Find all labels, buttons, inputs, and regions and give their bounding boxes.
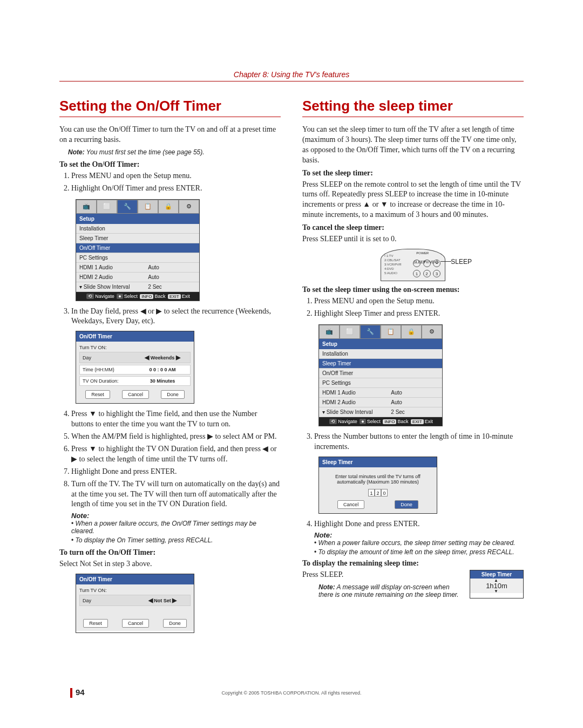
steps-c: Press ▼ to highlight the Time field, and… bbox=[71, 409, 281, 509]
tab-setup-icon: 🔧 bbox=[117, 200, 138, 214]
display-note: Note: A message will display on-screen w… bbox=[318, 583, 459, 598]
day-row: Day ◀ Weekends ▶ bbox=[79, 352, 191, 363]
day-row: Day ◀ Not Set ▶ bbox=[79, 595, 191, 606]
done-button[interactable]: Done bbox=[395, 500, 418, 509]
osd-step3: Press the Number buttons to enter the le… bbox=[314, 432, 524, 452]
osd-row: ▾ Slide Show Interval2 Sec bbox=[319, 407, 442, 417]
osd-steps-c: Highlight Done and press ENTER. bbox=[314, 519, 524, 529]
tab-icon: 📺 bbox=[76, 200, 97, 214]
osd-steps-b: Press the Number buttons to enter the le… bbox=[314, 432, 524, 452]
note2-label: Note: bbox=[71, 512, 281, 520]
step3: In the Day field, press ◀ or ▶ to select… bbox=[71, 307, 281, 327]
osd-setup-sleep: 📺⬜🔧📋🔒⚙ Setup InstallationSleep TimerOn/O… bbox=[318, 324, 443, 426]
osd-row: PC Settings bbox=[76, 253, 199, 263]
right-note-label: Note: bbox=[314, 531, 524, 539]
step8: Turn off the TV. The TV will turn on aut… bbox=[71, 479, 281, 510]
note-bullet: To display the amount of time left on th… bbox=[314, 548, 524, 556]
osd-row: Installation bbox=[76, 224, 199, 234]
head-osd-sleep: To set the sleep timer using the on-scre… bbox=[302, 285, 524, 294]
note-bullet: When a power failure occurs, the On/Off … bbox=[71, 520, 281, 535]
osd-category: Setup bbox=[319, 339, 442, 349]
dialog-sub: Turn TV ON: bbox=[79, 588, 191, 595]
step1: Press MENU and open the Setup menu. bbox=[71, 171, 281, 181]
osd-row: On/Off Timer bbox=[76, 243, 199, 253]
osd-row: Installation bbox=[319, 349, 442, 359]
osd-row: ▾ Slide Show Interval2 Sec bbox=[76, 282, 199, 292]
remote-sleep-label: SLEEP bbox=[451, 258, 472, 266]
osd-footer: ⟲Navigate ●Select INFOBack EXITExit bbox=[76, 292, 199, 301]
step6: Press ▼ to highlight the TV ON Duration … bbox=[71, 444, 281, 465]
osd-row: On/Off Timer bbox=[319, 369, 442, 378]
osd-row: HDMI 1 AudioAuto bbox=[76, 263, 199, 273]
display-text: Press SLEEP. bbox=[302, 570, 459, 580]
cancel-button[interactable]: Cancel bbox=[122, 619, 149, 628]
cancel-button[interactable]: Cancel bbox=[122, 390, 149, 399]
osd-step4: Highlight Done and press ENTER. bbox=[314, 519, 524, 529]
tab-icon: 📋 bbox=[138, 200, 158, 214]
osd-step1: Press MENU and open the Setup menu. bbox=[314, 296, 524, 307]
sleep-msg: Enter total minutes until the TV turns o… bbox=[322, 471, 433, 488]
remote-body: • 1:TV2:CBL/SAT3:VCR/PVR4:DVD5:AUDIO POW… bbox=[381, 249, 445, 281]
note-bullet: When a power failure occurs, the sleep t… bbox=[314, 539, 524, 547]
note-bullet: To display the On Timer setting, press R… bbox=[71, 536, 281, 544]
columns: Setting the On/Off Timer You can use the… bbox=[59, 98, 524, 638]
osd-tabs: 📺 ⬜ 🔧 📋 🔒 ⚙ bbox=[76, 200, 199, 214]
chapter-header: Chapter 8: Using the TV's features bbox=[59, 70, 524, 79]
reset-button[interactable]: Reset bbox=[85, 390, 110, 399]
steps-a: Press MENU and open the Setup menu. High… bbox=[71, 171, 281, 194]
note1: Note: You must first set the time (see p… bbox=[68, 148, 281, 156]
title-rule bbox=[302, 117, 524, 117]
done-button[interactable]: Done bbox=[163, 619, 187, 628]
remote-illustration: • 1:TV2:CBL/SAT3:VCR/PVR4:DVD5:AUDIO POW… bbox=[302, 249, 524, 281]
osd-setup-onoff: 📺 ⬜ 🔧 📋 🔒 ⚙ Setup InstallationSleep Time… bbox=[76, 199, 200, 301]
dialog-onoff-2: On/Off Timer Turn TV ON: Day ◀ Not Set ▶… bbox=[76, 574, 194, 633]
title-rule bbox=[59, 117, 281, 117]
tab-icon: ⚙ bbox=[179, 200, 199, 214]
step5: When the AM/PM field is highlighted, pre… bbox=[71, 432, 281, 442]
left-column: Setting the On/Off Timer You can use the… bbox=[59, 98, 281, 638]
tab-icon: ⬜ bbox=[97, 200, 117, 214]
sleep-cancel-text: Press SLEEP until it is set to 0. bbox=[302, 234, 524, 244]
note2-bullets: When a power failure occurs, the On/Off … bbox=[71, 520, 281, 544]
header-rule bbox=[59, 81, 524, 81]
off-text: Select Not Set in step 3 above. bbox=[59, 559, 281, 569]
right-intro: You can set the sleep timer to turn off … bbox=[302, 125, 524, 166]
tab-icon: 🔒 bbox=[158, 200, 179, 214]
steps-b: In the Day field, press ◀ or ▶ to select… bbox=[71, 307, 281, 327]
dialog-title: On/Off Timer bbox=[76, 331, 194, 342]
dialog-onoff-1: On/Off Timer Turn TV ON: Day ◀ Weekends … bbox=[76, 331, 194, 404]
osd-row: HDMI 1 AudioAuto bbox=[319, 388, 442, 398]
title-right: Setting the sleep timer bbox=[302, 98, 524, 114]
osd-row: PC Settings bbox=[319, 378, 442, 388]
sleep-timer-box: Sleep Timer 1h10m bbox=[470, 570, 524, 598]
osd-step2: Highlight Sleep Timer and press ENTER. bbox=[314, 309, 524, 319]
head-turnoff: To turn off the On/Off Timer: bbox=[59, 548, 281, 557]
head-cancel-sleep: To cancel the sleep timer: bbox=[302, 223, 524, 232]
reset-button[interactable]: Reset bbox=[83, 619, 108, 628]
head-display-remaining: To display the remaining sleep time: bbox=[302, 559, 524, 568]
head-set-onoff: To set the On/Off Timer: bbox=[59, 160, 281, 169]
osd-row: Sleep Timer bbox=[319, 359, 442, 369]
page: Chapter 8: Using the TV's features Setti… bbox=[0, 0, 583, 728]
sleep-digits: 120 bbox=[322, 488, 433, 498]
left-intro: You can use the On/Off Timer to turn the… bbox=[59, 125, 281, 145]
time-row: Time (HH:MM) 0 0 : 0 0 AM bbox=[79, 365, 191, 375]
right-column: Setting the sleep timer You can set the … bbox=[302, 98, 524, 638]
done-button[interactable]: Done bbox=[161, 390, 185, 399]
head-set-sleep: To set the sleep timer: bbox=[302, 169, 524, 178]
right-note-bullets: When a power failure occurs, the sleep t… bbox=[314, 539, 524, 556]
osd-row: HDMI 2 AudioAuto bbox=[319, 398, 442, 407]
step2: Highlight On/Off Timer and press ENTER. bbox=[71, 183, 281, 194]
sleepbox-value: 1h10m bbox=[470, 579, 523, 593]
dialog-sub: Turn TV ON: bbox=[79, 345, 191, 352]
cancel-button[interactable]: Cancel bbox=[337, 500, 364, 509]
step4: Press ▼ to highlight the Time field, and… bbox=[71, 409, 281, 430]
osd-category: Setup bbox=[76, 214, 199, 224]
sleepbox-title: Sleep Timer bbox=[470, 570, 523, 579]
copyright: Copyright © 2005 TOSHIBA CORPORATION. Al… bbox=[0, 690, 583, 696]
title-left: Setting the On/Off Timer bbox=[59, 98, 281, 114]
dialog-sleep: Sleep Timer Enter total minutes until th… bbox=[318, 457, 437, 514]
osd-row: HDMI 2 AudioAuto bbox=[76, 273, 199, 282]
step7: Highlight Done and press ENTER. bbox=[71, 467, 281, 477]
dur-row: TV ON Duration: 30 Minutes bbox=[79, 376, 191, 386]
